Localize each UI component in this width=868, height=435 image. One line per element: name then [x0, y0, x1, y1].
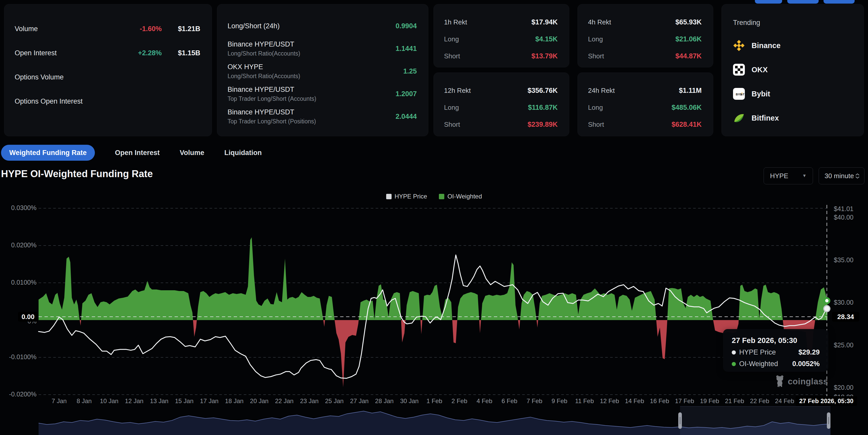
ls-value: 1.25: [403, 67, 417, 75]
rekt-short-label: Short: [444, 52, 460, 60]
trending-item-bybit[interactable]: BYB T Bybit: [733, 82, 854, 106]
x-axis-label: 24 Feb: [775, 398, 794, 405]
coinglass-mascot-icon: [774, 375, 785, 388]
stat-label: Volume: [14, 25, 108, 33]
tab-open-interest[interactable]: Open Interest: [115, 149, 160, 157]
y-right-tick: $25.00: [834, 341, 868, 349]
top-partial-button-1[interactable]: [755, 0, 782, 4]
legend-item-oi-weighted[interactable]: OI-Weighted: [439, 193, 482, 200]
tooltip-label: HYPE Price: [739, 348, 776, 356]
x-axis-label: 16 Feb: [650, 398, 669, 405]
ls-value: 1.1441: [396, 45, 417, 53]
ls-row: Binance HYPE/USDTTop Trader Long/Short (…: [227, 83, 417, 105]
ls-title: Binance HYPE/USDT: [227, 108, 396, 116]
rekt-long-label: Long: [444, 103, 459, 112]
trending-item-label: Bybit: [751, 90, 770, 98]
rekt-long-value: $485.06K: [672, 103, 702, 112]
rekt-short-value: $13.79K: [531, 52, 558, 60]
legend-swatch-oi-weighted: [439, 194, 444, 199]
x-axis-label: 18 Jan: [225, 398, 244, 405]
x-axis-label: 23 Jan: [300, 398, 318, 405]
crosshair-right-badge: 28.34: [832, 312, 859, 322]
x-axis-label: 22 Jan: [275, 398, 293, 405]
rekt-panel-1h: 1h Rekt$17.94K Long$4.15K Short$13.79K: [433, 4, 569, 67]
y-left-tick: 0.0300%: [0, 204, 36, 212]
y-left-tick: -0.0100%: [0, 353, 36, 361]
trending-item-label: OKX: [751, 66, 768, 74]
tab-volume[interactable]: Volume: [180, 149, 205, 157]
trending-item-bitfinex[interactable]: Bitfinex: [733, 106, 854, 130]
ls-row: Long/Short (24h) 0.9904: [227, 14, 417, 37]
x-axis-label: 30 Jan: [400, 398, 418, 405]
x-axis-label: 13 Jan: [150, 398, 168, 405]
x-axis-label: 1 Feb: [427, 398, 442, 405]
rekt-short-label: Short: [444, 121, 460, 129]
tooltip-date: 27 Feb 2026, 05:30: [732, 336, 820, 345]
stat-label: Open Interest: [14, 49, 108, 57]
navigator-left-handle[interactable]: [678, 412, 682, 429]
x-axis-label: 4 Feb: [476, 398, 492, 405]
ls-title: Long/Short (24h): [227, 22, 396, 30]
x-axis-label: 19 Feb: [700, 398, 719, 405]
x-axis-label: 6 Feb: [502, 398, 517, 405]
stat-value: $1.21B: [162, 25, 200, 33]
x-axis-label: 20 Jan: [250, 398, 269, 405]
rekt-long-value: $21.06K: [675, 35, 702, 43]
long-short-panel: Long/Short (24h) 0.9904 Binance HYPE/USD…: [217, 4, 428, 136]
trending-item-label: Binance: [751, 41, 781, 50]
symbol-select-value: HYPE: [770, 172, 788, 180]
stat-change: +2.28%: [108, 49, 162, 57]
tooltip-value: 0.0052%: [792, 360, 820, 368]
ls-value: 1.2007: [396, 90, 417, 98]
ls-value: 0.9904: [396, 22, 417, 30]
market-stats-panel: Volume -1.60% $1.21B Open Interest +2.28…: [4, 4, 212, 136]
funding-rate-chart[interactable]: [38, 205, 827, 399]
chart-legend: HYPE Price OI-Weighted: [0, 193, 868, 200]
x-axis-label: 11 Feb: [575, 398, 594, 405]
trending-item-binance[interactable]: Binance: [733, 33, 854, 58]
up-down-stepper-icon: [856, 173, 860, 179]
top-partial-button-2[interactable]: [787, 0, 818, 4]
crosshair-left-badge: 0.00: [18, 312, 38, 322]
ls-title: Binance HYPE/USDT: [227, 86, 396, 94]
y-right-tick: $30.00: [834, 299, 868, 306]
x-axis-label: 17 Feb: [675, 398, 694, 405]
symbol-select[interactable]: HYPE ▼: [764, 167, 813, 184]
x-axis-label: 10 Jan: [100, 398, 119, 405]
ls-subtitle: Long/Short Ratio(Accounts): [227, 50, 396, 57]
y-right-tick: $40.00: [834, 214, 868, 221]
rekt-short-label: Short: [588, 121, 604, 129]
rekt-short-value: $44.87K: [675, 52, 702, 60]
tooltip-label: OI-Weighted: [739, 360, 778, 368]
interval-select[interactable]: 30 minute: [818, 167, 864, 184]
ls-row: Binance HYPE/USDTLong/Short Ratio(Accoun…: [227, 37, 417, 60]
top-partial-button-3[interactable]: [824, 0, 855, 4]
chart-navigator[interactable]: [38, 406, 831, 435]
y-left-tick: -0.0200%: [0, 391, 36, 398]
tooltip-row: HYPE Price $29.29: [732, 348, 820, 356]
trending-item-okx[interactable]: OKX: [733, 58, 854, 82]
coinglass-watermark: coinglass: [774, 375, 828, 388]
tab-weighted-funding-rate[interactable]: Weighted Funding Rate: [1, 145, 95, 161]
svg-text:T: T: [743, 93, 744, 96]
rekt-title: 24h Rekt: [588, 87, 615, 95]
y-right-tick: $20.00: [834, 384, 868, 391]
rekt-total: $65.93K: [675, 18, 702, 26]
x-axis-label: 12 Feb: [600, 398, 619, 405]
rekt-long-value: $4.15K: [535, 35, 558, 43]
navigator-selected-range[interactable]: [680, 406, 831, 435]
x-axis-label: 27 Jan: [350, 398, 369, 405]
rekt-long-label: Long: [444, 35, 459, 43]
navigator-right-handle[interactable]: [827, 412, 831, 429]
legend-item-hype-price[interactable]: HYPE Price: [386, 193, 427, 200]
chevron-down-icon: ▼: [802, 173, 807, 179]
y-right-tick: $35.00: [834, 256, 868, 264]
rekt-long-label: Long: [588, 35, 603, 43]
stat-row-open-interest: Open Interest +2.28% $1.15B: [14, 41, 200, 65]
chart-tabs: Weighted Funding Rate Open Interest Volu…: [1, 145, 262, 161]
tooltip-row: OI-Weighted 0.0052%: [732, 360, 820, 368]
tab-liquidation[interactable]: Liquidation: [224, 149, 262, 157]
x-axis-label: 7 Jan: [52, 398, 67, 405]
x-axis-label: 15 Jan: [175, 398, 193, 405]
oi-dot-icon: [732, 362, 736, 366]
